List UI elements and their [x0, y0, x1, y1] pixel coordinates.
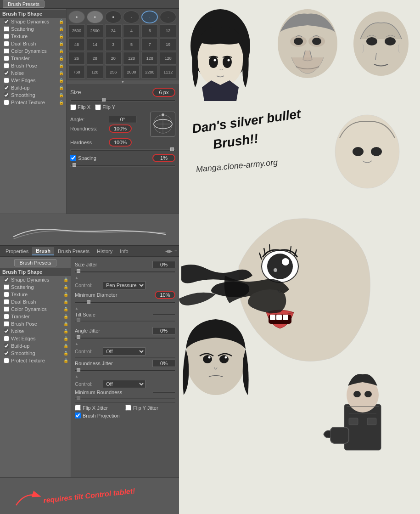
protect-texture-checkbox[interactable] [4, 100, 9, 105]
smoothing-checkbox[interactable] [4, 92, 9, 98]
flip-y-label[interactable]: Flip Y [95, 104, 115, 110]
sidebar-item-brush-pose[interactable]: Brush Pose 🔒 [0, 62, 66, 69]
roundness-jitter-slider[interactable] [75, 369, 175, 373]
b-shape-dynamics-checkbox[interactable] [4, 277, 9, 282]
flip-y-jitter-checkbox[interactable] [125, 405, 131, 411]
lock-icon-8: 🔒 [59, 71, 64, 75]
brush-cell[interactable]: ● [68, 11, 85, 23]
bottom-sidebar-item-texture[interactable]: Texture 🔒 [0, 291, 71, 298]
brush-pose-checkbox[interactable] [4, 63, 9, 68]
brush-cell[interactable]: ● [105, 11, 122, 23]
bottom-sidebar-item-scattering[interactable]: Scattering 🔒 [0, 283, 71, 291]
sidebar-item-color-dynamics[interactable]: Color Dynamics 🔒 [0, 47, 66, 55]
flip-x-jitter-checkbox[interactable] [75, 405, 81, 411]
sidebar-item-dual-brush[interactable]: Dual Brush 🔒 [0, 40, 66, 47]
angle-dial[interactable] [150, 112, 175, 137]
spacing-checkbox[interactable] [70, 155, 76, 161]
sidebar-item-shape-dynamics[interactable]: Shape Dynamics 🔒 [0, 18, 66, 25]
angle-input[interactable] [109, 116, 136, 123]
wet-edges-label: Wet Edges [11, 78, 36, 83]
roundness-jitter-label: Roundness Jitter [75, 361, 152, 366]
min-roundness-slider [75, 397, 175, 401]
tab-scroll-left[interactable]: ◀▶ [165, 249, 173, 254]
min-roundness-value [152, 391, 175, 393]
shape-dynamics-checkbox[interactable] [4, 19, 9, 24]
brush-presets-btn-bottom[interactable]: Brush Presets [14, 259, 56, 266]
bottom-sidebar-item-noise[interactable]: Noise 🔒 [0, 328, 71, 335]
sidebar-item-noise[interactable]: Noise 🔒 [0, 69, 66, 77]
texture-checkbox[interactable] [4, 34, 9, 39]
transfer-checkbox[interactable] [4, 56, 9, 61]
brush-cell[interactable]: · [123, 11, 140, 23]
control-select-3[interactable]: Off Pen Pressure [103, 380, 146, 388]
bottom-annotation: requires tilt Control tablet! [0, 477, 179, 514]
bottom-sidebar-item-transfer[interactable]: Transfer 🔒 [0, 313, 71, 320]
brush-presets-btn-top[interactable]: Brush Presets [3, 0, 45, 8]
b-dual-brush-checkbox[interactable] [4, 299, 9, 305]
wet-edges-checkbox[interactable] [4, 78, 9, 83]
sidebar-item-smoothing[interactable]: Smoothing 🔒 [0, 91, 66, 99]
bottom-sidebar-item-dual-brush[interactable]: Dual Brush 🔒 [0, 298, 71, 305]
size-jitter-slider[interactable] [75, 270, 175, 274]
b-transfer-checkbox[interactable] [4, 314, 9, 319]
spacing-slider[interactable] [70, 164, 175, 168]
bottom-sidebar-item-smoothing[interactable]: Smoothing 🔒 [0, 350, 71, 357]
tab-info[interactable]: Info [116, 248, 132, 255]
buildup-checkbox[interactable] [4, 85, 9, 90]
svg-point-9 [209, 56, 218, 68]
brush-cell[interactable]: ● [87, 11, 103, 23]
b-scattering-checkbox[interactable] [4, 284, 9, 290]
size-slider[interactable] [70, 99, 175, 102]
brush-cell[interactable]: · [160, 11, 176, 23]
control-select-1[interactable]: Pen Pressure Off Fade Pen Tilt [103, 281, 146, 289]
bottom-sidebar-item-buildup[interactable]: Build-up 🔒 [0, 342, 71, 350]
angle-jitter-slider[interactable] [75, 336, 175, 340]
scattering-checkbox[interactable] [4, 26, 9, 32]
min-diameter-slider[interactable] [75, 301, 175, 305]
lock-icon-7: 🔒 [59, 63, 64, 68]
roundness-jitter-value: 0% [152, 360, 175, 367]
sidebar-item-protect-texture[interactable]: Protect Texture 🔒 [0, 99, 66, 106]
hardness-slider[interactable] [70, 148, 175, 152]
flip-x-label[interactable]: Flip X [70, 104, 90, 110]
flip-x-checkbox[interactable] [70, 104, 76, 110]
dual-brush-checkbox[interactable] [4, 41, 9, 46]
brush-cell-selected[interactable]: · [141, 11, 158, 23]
brush-projection-checkbox[interactable] [75, 412, 81, 418]
brush-presets-btn-bottom-wrapper: Brush Presets [0, 258, 71, 268]
b-color-dynamics-checkbox[interactable] [4, 306, 9, 312]
b-buildup-checkbox[interactable] [4, 343, 9, 349]
bottom-sidebar-item-shape-dynamics[interactable]: Shape Dynamics 🔒 [0, 276, 71, 283]
tab-brush-presets[interactable]: Brush Presets [54, 248, 93, 255]
sidebar-item-buildup[interactable]: Build-up 🔒 [0, 84, 66, 91]
sidebar-item-transfer[interactable]: Transfer 🔒 [0, 55, 66, 62]
sidebar-item-texture[interactable]: Texture 🔒 [0, 33, 66, 40]
sidebar-item-scattering[interactable]: Scattering 🔒 [0, 25, 66, 33]
bottom-sidebar-item-protect-texture[interactable]: Protect Texture 🔒 [0, 357, 71, 364]
bottom-sidebar-item-wet-edges[interactable]: Wet Edges 🔒 [0, 335, 71, 342]
flip-y-checkbox[interactable] [95, 104, 101, 110]
bottom-sidebar-item-brush-pose[interactable]: Brush Pose 🔒 [0, 320, 71, 328]
bottom-sidebar-item-color-dynamics[interactable]: Color Dynamics 🔒 [0, 305, 71, 313]
tab-history[interactable]: History [93, 248, 116, 255]
svg-point-30 [274, 268, 277, 272]
b-wet-edges-checkbox[interactable] [4, 336, 9, 341]
b-brush-pose-checkbox[interactable] [4, 321, 9, 327]
tilt-scale-slider [75, 319, 175, 323]
scroll-down-arrow[interactable]: ▼ [67, 80, 179, 84]
control-label-1: Control: [75, 282, 100, 288]
sidebar-item-wet-edges[interactable]: Wet Edges 🔒 [0, 77, 66, 84]
tab-properties[interactable]: Properties [2, 248, 32, 255]
artwork-canvas[interactable]: Dan's silver bullet Brush!! Manga.clone-… [179, 0, 420, 514]
tab-brush[interactable]: Brush [32, 247, 54, 255]
b-protect-texture-checkbox[interactable] [4, 358, 9, 363]
color-dynamics-checkbox[interactable] [4, 48, 9, 54]
b-noise-checkbox[interactable] [4, 328, 9, 334]
spacing-label[interactable]: Spacing [70, 155, 96, 161]
b-smoothing-checkbox[interactable] [4, 350, 9, 356]
b-texture-checkbox[interactable] [4, 292, 9, 297]
tab-menu[interactable]: ≡ [174, 249, 177, 254]
noise-checkbox[interactable] [4, 70, 9, 76]
control-select-2[interactable]: Off Pen Pressure Fade [103, 347, 146, 356]
brush-size-label: 20 [105, 52, 122, 65]
